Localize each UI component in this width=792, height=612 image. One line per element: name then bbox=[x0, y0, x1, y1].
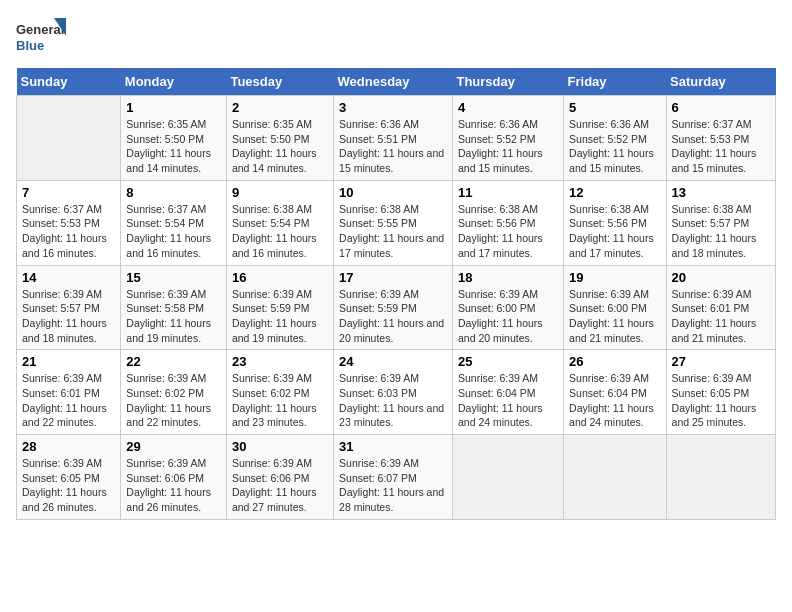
calendar-cell: 6Sunrise: 6:37 AMSunset: 5:53 PMDaylight… bbox=[666, 96, 775, 181]
calendar-cell bbox=[17, 96, 121, 181]
calendar-body: 1Sunrise: 6:35 AMSunset: 5:50 PMDaylight… bbox=[17, 96, 776, 520]
calendar-cell bbox=[452, 435, 563, 520]
calendar-cell: 4Sunrise: 6:36 AMSunset: 5:52 PMDaylight… bbox=[452, 96, 563, 181]
calendar-cell: 24Sunrise: 6:39 AMSunset: 6:03 PMDayligh… bbox=[334, 350, 453, 435]
calendar-cell: 21Sunrise: 6:39 AMSunset: 6:01 PMDayligh… bbox=[17, 350, 121, 435]
day-info: Sunrise: 6:38 AMSunset: 5:55 PMDaylight:… bbox=[339, 202, 447, 261]
calendar-cell: 8Sunrise: 6:37 AMSunset: 5:54 PMDaylight… bbox=[121, 180, 227, 265]
calendar-cell: 10Sunrise: 6:38 AMSunset: 5:55 PMDayligh… bbox=[334, 180, 453, 265]
day-number: 27 bbox=[672, 354, 770, 369]
day-info: Sunrise: 6:39 AMSunset: 6:04 PMDaylight:… bbox=[458, 371, 558, 430]
day-info: Sunrise: 6:39 AMSunset: 6:02 PMDaylight:… bbox=[126, 371, 221, 430]
day-info: Sunrise: 6:35 AMSunset: 5:50 PMDaylight:… bbox=[126, 117, 221, 176]
day-info: Sunrise: 6:39 AMSunset: 6:00 PMDaylight:… bbox=[458, 287, 558, 346]
weekday-header-wednesday: Wednesday bbox=[334, 68, 453, 96]
day-info: Sunrise: 6:36 AMSunset: 5:52 PMDaylight:… bbox=[569, 117, 661, 176]
day-number: 13 bbox=[672, 185, 770, 200]
svg-text:General: General bbox=[16, 22, 64, 37]
calendar-cell bbox=[564, 435, 667, 520]
day-number: 17 bbox=[339, 270, 447, 285]
weekday-header-sunday: Sunday bbox=[17, 68, 121, 96]
calendar-cell: 12Sunrise: 6:38 AMSunset: 5:56 PMDayligh… bbox=[564, 180, 667, 265]
calendar-cell: 30Sunrise: 6:39 AMSunset: 6:06 PMDayligh… bbox=[226, 435, 333, 520]
calendar-cell: 31Sunrise: 6:39 AMSunset: 6:07 PMDayligh… bbox=[334, 435, 453, 520]
weekday-header-row: SundayMondayTuesdayWednesdayThursdayFrid… bbox=[17, 68, 776, 96]
day-info: Sunrise: 6:39 AMSunset: 6:05 PMDaylight:… bbox=[672, 371, 770, 430]
day-info: Sunrise: 6:39 AMSunset: 6:03 PMDaylight:… bbox=[339, 371, 447, 430]
day-info: Sunrise: 6:35 AMSunset: 5:50 PMDaylight:… bbox=[232, 117, 328, 176]
calendar-cell: 2Sunrise: 6:35 AMSunset: 5:50 PMDaylight… bbox=[226, 96, 333, 181]
calendar-cell: 19Sunrise: 6:39 AMSunset: 6:00 PMDayligh… bbox=[564, 265, 667, 350]
calendar-cell: 23Sunrise: 6:39 AMSunset: 6:02 PMDayligh… bbox=[226, 350, 333, 435]
day-info: Sunrise: 6:39 AMSunset: 5:57 PMDaylight:… bbox=[22, 287, 115, 346]
calendar-cell bbox=[666, 435, 775, 520]
day-number: 15 bbox=[126, 270, 221, 285]
weekday-header-saturday: Saturday bbox=[666, 68, 775, 96]
day-number: 1 bbox=[126, 100, 221, 115]
calendar-cell: 13Sunrise: 6:38 AMSunset: 5:57 PMDayligh… bbox=[666, 180, 775, 265]
calendar-cell: 26Sunrise: 6:39 AMSunset: 6:04 PMDayligh… bbox=[564, 350, 667, 435]
calendar-cell: 11Sunrise: 6:38 AMSunset: 5:56 PMDayligh… bbox=[452, 180, 563, 265]
page-header: General Blue bbox=[16, 16, 776, 56]
week-row-4: 21Sunrise: 6:39 AMSunset: 6:01 PMDayligh… bbox=[17, 350, 776, 435]
week-row-1: 1Sunrise: 6:35 AMSunset: 5:50 PMDaylight… bbox=[17, 96, 776, 181]
day-number: 14 bbox=[22, 270, 115, 285]
calendar-header: SundayMondayTuesdayWednesdayThursdayFrid… bbox=[17, 68, 776, 96]
day-number: 26 bbox=[569, 354, 661, 369]
day-number: 4 bbox=[458, 100, 558, 115]
weekday-header-friday: Friday bbox=[564, 68, 667, 96]
weekday-header-monday: Monday bbox=[121, 68, 227, 96]
calendar-cell: 25Sunrise: 6:39 AMSunset: 6:04 PMDayligh… bbox=[452, 350, 563, 435]
day-info: Sunrise: 6:39 AMSunset: 6:06 PMDaylight:… bbox=[126, 456, 221, 515]
day-info: Sunrise: 6:39 AMSunset: 6:07 PMDaylight:… bbox=[339, 456, 447, 515]
day-number: 25 bbox=[458, 354, 558, 369]
day-info: Sunrise: 6:39 AMSunset: 6:05 PMDaylight:… bbox=[22, 456, 115, 515]
day-number: 24 bbox=[339, 354, 447, 369]
day-number: 22 bbox=[126, 354, 221, 369]
day-number: 12 bbox=[569, 185, 661, 200]
logo: General Blue bbox=[16, 16, 66, 56]
day-info: Sunrise: 6:39 AMSunset: 6:01 PMDaylight:… bbox=[22, 371, 115, 430]
calendar-cell: 9Sunrise: 6:38 AMSunset: 5:54 PMDaylight… bbox=[226, 180, 333, 265]
day-info: Sunrise: 6:37 AMSunset: 5:54 PMDaylight:… bbox=[126, 202, 221, 261]
day-info: Sunrise: 6:39 AMSunset: 6:02 PMDaylight:… bbox=[232, 371, 328, 430]
day-number: 21 bbox=[22, 354, 115, 369]
day-info: Sunrise: 6:39 AMSunset: 5:59 PMDaylight:… bbox=[339, 287, 447, 346]
calendar-cell: 29Sunrise: 6:39 AMSunset: 6:06 PMDayligh… bbox=[121, 435, 227, 520]
calendar-cell: 3Sunrise: 6:36 AMSunset: 5:51 PMDaylight… bbox=[334, 96, 453, 181]
calendar-table: SundayMondayTuesdayWednesdayThursdayFrid… bbox=[16, 68, 776, 520]
day-info: Sunrise: 6:38 AMSunset: 5:56 PMDaylight:… bbox=[569, 202, 661, 261]
calendar-cell: 28Sunrise: 6:39 AMSunset: 6:05 PMDayligh… bbox=[17, 435, 121, 520]
calendar-cell: 7Sunrise: 6:37 AMSunset: 5:53 PMDaylight… bbox=[17, 180, 121, 265]
logo-svg: General Blue bbox=[16, 16, 66, 56]
day-info: Sunrise: 6:38 AMSunset: 5:57 PMDaylight:… bbox=[672, 202, 770, 261]
day-number: 30 bbox=[232, 439, 328, 454]
day-number: 9 bbox=[232, 185, 328, 200]
calendar-cell: 17Sunrise: 6:39 AMSunset: 5:59 PMDayligh… bbox=[334, 265, 453, 350]
week-row-5: 28Sunrise: 6:39 AMSunset: 6:05 PMDayligh… bbox=[17, 435, 776, 520]
day-number: 8 bbox=[126, 185, 221, 200]
week-row-3: 14Sunrise: 6:39 AMSunset: 5:57 PMDayligh… bbox=[17, 265, 776, 350]
day-info: Sunrise: 6:38 AMSunset: 5:56 PMDaylight:… bbox=[458, 202, 558, 261]
calendar-cell: 16Sunrise: 6:39 AMSunset: 5:59 PMDayligh… bbox=[226, 265, 333, 350]
day-info: Sunrise: 6:38 AMSunset: 5:54 PMDaylight:… bbox=[232, 202, 328, 261]
day-number: 23 bbox=[232, 354, 328, 369]
day-info: Sunrise: 6:36 AMSunset: 5:52 PMDaylight:… bbox=[458, 117, 558, 176]
day-info: Sunrise: 6:37 AMSunset: 5:53 PMDaylight:… bbox=[22, 202, 115, 261]
svg-text:Blue: Blue bbox=[16, 38, 44, 53]
day-number: 18 bbox=[458, 270, 558, 285]
day-info: Sunrise: 6:39 AMSunset: 5:58 PMDaylight:… bbox=[126, 287, 221, 346]
calendar-cell: 22Sunrise: 6:39 AMSunset: 6:02 PMDayligh… bbox=[121, 350, 227, 435]
calendar-cell: 27Sunrise: 6:39 AMSunset: 6:05 PMDayligh… bbox=[666, 350, 775, 435]
day-number: 20 bbox=[672, 270, 770, 285]
weekday-header-tuesday: Tuesday bbox=[226, 68, 333, 96]
day-info: Sunrise: 6:39 AMSunset: 5:59 PMDaylight:… bbox=[232, 287, 328, 346]
calendar-cell: 5Sunrise: 6:36 AMSunset: 5:52 PMDaylight… bbox=[564, 96, 667, 181]
day-number: 3 bbox=[339, 100, 447, 115]
day-number: 5 bbox=[569, 100, 661, 115]
day-number: 10 bbox=[339, 185, 447, 200]
day-number: 16 bbox=[232, 270, 328, 285]
day-number: 31 bbox=[339, 439, 447, 454]
calendar-cell: 1Sunrise: 6:35 AMSunset: 5:50 PMDaylight… bbox=[121, 96, 227, 181]
weekday-header-thursday: Thursday bbox=[452, 68, 563, 96]
